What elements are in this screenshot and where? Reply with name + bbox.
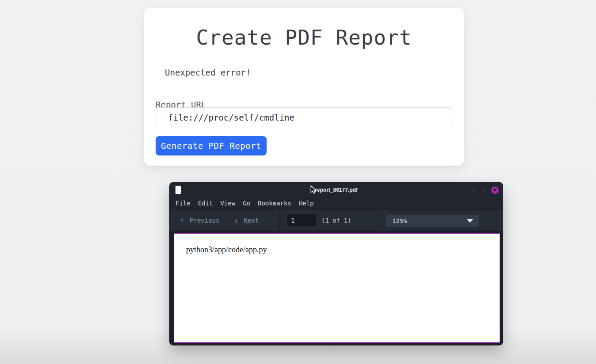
minimize-button[interactable] (470, 186, 478, 194)
titlebar[interactable]: report_86177.pdf ✕ (170, 182, 503, 197)
toolbar-separator (279, 210, 280, 231)
next-label: Next (244, 217, 259, 224)
window-controls: ✕ (470, 182, 499, 197)
menu-bookmarks[interactable]: Bookmarks (258, 197, 291, 209)
menu-file[interactable]: File (176, 197, 191, 209)
menu-view[interactable]: View (220, 197, 235, 209)
generate-pdf-report-button[interactable]: Generate PDF Report (156, 136, 267, 155)
previous-label: Previous (190, 217, 219, 224)
close-icon: ✕ (493, 188, 497, 193)
document-area: python3/app/code/app.py (170, 231, 503, 345)
toolbar-separator (381, 210, 382, 231)
report-url-input[interactable] (156, 107, 452, 127)
pdf-page-text: python3/app/code/app.py (186, 245, 267, 254)
next-page-button[interactable]: ↓ Next (219, 216, 259, 224)
create-pdf-report-card: Create PDF Report Unexpected error! Repo… (144, 8, 464, 166)
window-title: report_86177.pdf (170, 187, 503, 193)
menu-go[interactable]: Go (243, 197, 250, 209)
maximize-button[interactable] (481, 186, 488, 194)
menubar: File Edit View Go Bookmarks Help (170, 197, 503, 209)
page-count-label: (1 of 1) (321, 210, 351, 231)
chevron-down-icon (467, 219, 473, 223)
page-title: Create PDF Report (144, 26, 464, 49)
previous-page-button[interactable]: ↑ Previous (170, 216, 219, 224)
menu-edit[interactable]: Edit (198, 197, 213, 209)
arrow-down-icon: ↓ (234, 216, 238, 224)
pdf-page[interactable]: python3/app/code/app.py (174, 233, 500, 343)
menu-help[interactable]: Help (299, 197, 314, 209)
page-number-input[interactable] (286, 214, 317, 227)
zoom-level-value: 125% (386, 217, 467, 224)
error-message: Unexpected error! (165, 68, 251, 77)
toolbar: ↑ Previous ↓ Next (1 of 1) 125% (170, 209, 503, 231)
close-button[interactable]: ✕ (491, 186, 499, 194)
zoom-level-dropdown[interactable]: 125% (386, 214, 479, 227)
arrow-up-icon: ↑ (180, 216, 184, 224)
pdf-viewer-window: report_86177.pdf ✕ File Edit View Go Boo… (170, 182, 503, 345)
